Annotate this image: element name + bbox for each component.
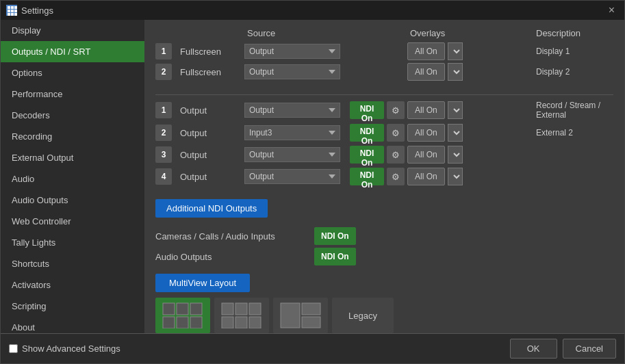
fullscreen-overlay-btn-1[interactable]: All On [407,42,445,60]
audio-outputs-label: Audio Outputs [155,252,306,262]
output-overlay-btn-1[interactable]: All On [407,101,445,119]
ok-button[interactable]: OK [510,339,557,359]
fullscreen-overlay-dropdown-1[interactable]: ▾ [448,42,463,60]
svg-rect-9 [222,317,233,328]
output-overlay-btn-2[interactable]: All On [407,124,445,142]
fullscreen-label-1: Fullscreen [180,47,242,57]
output-overlay-3: All On ▾ [407,146,531,164]
ndi-on-btn-3[interactable]: NDI On [350,146,384,164]
gear-btn-1[interactable]: ⚙ [387,101,405,119]
output-overlay-dropdown-3[interactable]: ▾ [448,146,463,164]
advanced-settings-checkbox[interactable] [9,344,18,353]
sidebar-item-shortcuts[interactable]: Shortcuts [1,253,144,274]
additional-ndi-outputs-button[interactable]: Additional NDI Outputs [155,199,268,218]
fullscreen-label-2: Fullscreen [180,67,242,77]
fullscreen-desc-2: Display 2 [536,67,613,77]
layout-options: Legacy [155,298,613,333]
output-label-4: Output [180,172,242,182]
cameras-ndi-btn[interactable]: NDI On [314,227,356,245]
bottom-right: OK Cancel [510,339,616,359]
svg-rect-3 [163,317,175,328]
sidebar-item-recording[interactable]: Recording [1,126,144,147]
sidebar-item-about[interactable]: About [1,317,144,333]
gear-btn-4[interactable]: ⚙ [387,168,405,185]
header-description: Description [536,28,624,38]
sidebar-item-audio-outputs[interactable]: Audio Outputs [1,190,144,211]
ndi-group-2: NDI On ⚙ [350,124,405,142]
output-overlay-btn-3[interactable]: All On [407,146,445,164]
layout-tile-2-icon [221,302,262,328]
sidebar-item-web-controller[interactable]: Web Controller [1,211,144,232]
table-header: Source Overlays Description [155,28,613,38]
output-source-select-1[interactable]: Output Input1 Input2 Input3 [244,103,340,118]
sidebar-item-options[interactable]: Options [1,62,144,83]
ndi-group-4: NDI On ⚙ [350,168,405,185]
fullscreen-overlay-btn-2[interactable]: All On [407,63,445,81]
svg-rect-14 [302,317,320,328]
svg-rect-10 [235,317,247,328]
ndi-on-btn-2[interactable]: NDI On [350,124,384,142]
output-source-select-2[interactable]: Output Input1 Input2 Input3 [244,125,340,140]
table-row: 2 Output Output Input1 Input2 Input3 NDI… [155,124,613,142]
sidebar-item-tally-lights[interactable]: Tally Lights [1,232,144,253]
fullscreen-overlay-1: All On ▾ [407,42,531,60]
output-overlay-btn-4[interactable]: All On [407,168,445,185]
fullscreen-source-select-1[interactable]: Output [244,44,340,59]
output-source-select-4[interactable]: Output [244,169,340,184]
output-source-select-3[interactable]: Output [244,147,340,162]
output-overlay-4: All On ▾ [407,168,531,185]
fullscreen-overlay-dropdown-2[interactable]: ▾ [448,63,463,81]
gear-btn-2[interactable]: ⚙ [387,124,405,142]
svg-rect-7 [235,303,247,315]
fullscreen-rows: 1 Fullscreen Output All On ▾ Display 1 [155,42,613,83]
sidebar-item-scripting[interactable]: Scripting [1,296,144,317]
ndi-group-3: NDI On ⚙ [350,146,405,164]
row-number-2: 2 [155,64,172,80]
table-row: 1 Output Output Input1 Input2 Input3 NDI… [155,101,613,120]
content-area: Display Outputs / NDI / SRT Options Perf… [1,20,624,333]
output-label-3: Output [180,150,242,160]
multiview-layout-button[interactable]: MultiView Layout [155,274,250,292]
layout-tile-3[interactable] [273,298,328,333]
svg-rect-2 [190,303,202,315]
sidebar-item-activators[interactable]: Activators [1,274,144,296]
row-number-1: 1 [155,43,172,60]
layout-tile-1[interactable] [155,298,210,333]
sidebar-item-display[interactable]: Display [1,20,144,41]
bottom-bar: Show Advanced Settings OK Cancel [1,333,624,363]
output-label-1: Output [180,105,242,116]
sidebar-item-performance[interactable]: Performance [1,83,144,105]
sidebar-item-decoders[interactable]: Decoders [1,105,144,126]
layout-tile-1-icon [162,302,203,328]
main-panel: Source Overlays Description 1 Fullscreen… [144,20,624,333]
window-title: Settings [21,5,53,16]
table-row: 1 Fullscreen Output All On ▾ Display 1 [155,42,613,60]
layout-tile-2[interactable] [214,298,269,333]
ndi-on-btn-1[interactable]: NDI On [350,101,384,119]
gear-btn-3[interactable]: ⚙ [387,146,405,164]
output-overlay-dropdown-4[interactable]: ▾ [448,168,463,185]
settings-window: Settings × Display Outputs / NDI / SRT O… [0,0,625,364]
layout-tile-3-icon [280,302,321,328]
audio-outputs-ndi-section: Audio Outputs NDI On [155,248,613,265]
sidebar-item-outputs-ndi-srt[interactable]: Outputs / NDI / SRT [1,41,144,62]
ndi-on-btn-4[interactable]: NDI On [350,168,384,185]
cameras-ndi-section: Cameras / Calls / Audio Inputs NDI On [155,227,613,245]
bottom-left: Show Advanced Settings [9,343,120,354]
audio-outputs-ndi-btn[interactable]: NDI On [314,248,356,265]
fullscreen-source-select-2[interactable]: Output [244,64,340,79]
cameras-label: Cameras / Calls / Audio Inputs [155,231,306,242]
fullscreen-overlay-2: All On ▾ [407,63,531,81]
legacy-button[interactable]: Legacy [332,298,394,333]
sidebar: Display Outputs / NDI / SRT Options Perf… [1,20,144,333]
svg-rect-11 [249,317,261,328]
cancel-button[interactable]: Cancel [563,339,616,359]
advanced-settings-checkbox-label[interactable]: Show Advanced Settings [9,343,120,354]
output-overlay-dropdown-2[interactable]: ▾ [448,124,463,142]
svg-rect-13 [302,303,320,315]
header-source: Source [247,28,350,38]
output-overlay-dropdown-1[interactable]: ▾ [448,101,463,119]
sidebar-item-audio[interactable]: Audio [1,168,144,190]
sidebar-item-external-output[interactable]: External Output [1,147,144,168]
close-button[interactable]: × [604,3,619,17]
